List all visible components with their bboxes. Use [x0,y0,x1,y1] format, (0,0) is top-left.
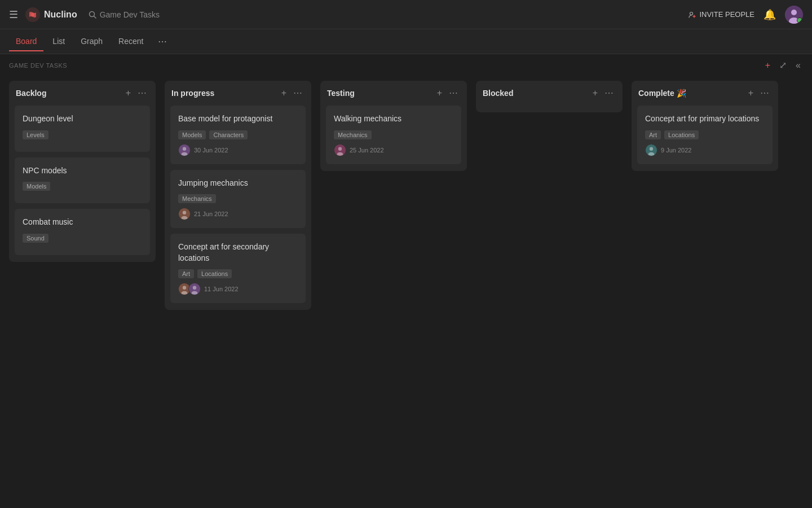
card-footer-concept-art-secondary: 11 Jun 2022 [178,283,298,295]
tag-sound: Sound [23,234,48,243]
tag-locations: Locations [664,130,699,139]
column-add-button-blocked[interactable]: + [590,87,600,99]
notifications-icon[interactable]: 🔔 [764,8,776,21]
user-avatar[interactable] [785,6,803,24]
column-add-button-complete[interactable]: + [746,87,756,99]
svg-point-12 [182,152,188,156]
search-text: Game Dev Tasks [100,10,160,19]
search-icon [89,11,96,19]
collapse-button[interactable]: « [793,59,803,72]
card-footer-concept-art-primary: 9 Jun 2022 [645,144,765,156]
card-date-concept-art-primary: 9 Jun 2022 [661,147,691,154]
column-title-complete: Complete 🎉 [638,89,744,98]
column-header-complete: Complete 🎉+⋯ [632,81,778,103]
column-more-button-blocked[interactable]: ⋯ [602,87,616,99]
card-dungeon-level[interactable]: Dungeon levelLevels [15,106,150,152]
svg-point-23 [338,147,342,150]
card-tags-concept-art-primary: ArtLocations [645,130,765,139]
column-header-in-progress: In progress+⋯ [165,81,311,103]
invite-icon [688,11,696,19]
search-bar[interactable]: Game Dev Tasks [89,10,160,19]
svg-point-14 [183,211,186,214]
svg-point-26 [650,147,653,150]
card-date-walking-mechanics: 25 Jun 2022 [350,147,384,154]
column-header-backlog: Backlog+⋯ [9,81,156,103]
card-title-combat-music: Combat music [23,217,142,228]
card-tags-concept-art-secondary: ArtLocations [178,269,298,278]
card-base-model[interactable]: Base model for protagonistModelsCharacte… [170,106,306,164]
tab-graph[interactable]: Graph [74,32,109,51]
card-avatars-jumping-mechanics [178,208,191,220]
expand-button[interactable]: ⤢ [777,59,789,72]
tag-models: Models [23,182,50,191]
card-title-concept-art-primary: Concept art for primary locations [645,113,765,125]
card-footer-walking-mechanics: 25 Jun 2022 [334,144,453,156]
card-avatars-walking-mechanics [334,144,346,156]
tab-board[interactable]: Board [9,32,43,51]
card-avatar-0-concept-art-primary [645,144,657,156]
tag-levels: Levels [23,130,48,139]
logo[interactable]: Nuclino [25,7,77,23]
cards-backlog: Dungeon levelLevelsNPC modelsModelsComba… [9,103,156,262]
column-backlog: Backlog+⋯Dungeon levelLevelsNPC modelsMo… [9,81,156,262]
column-header-testing: Testing+⋯ [320,81,467,103]
cards-testing: Walking mechanicsMechanics25 Jun 2022 [320,103,467,171]
card-jumping-mechanics[interactable]: Jumping mechanicsMechanics21 Jun 2022 [170,170,306,229]
tag-mechanics: Mechanics [178,194,216,203]
app-name: Nuclino [44,10,77,20]
tab-recent[interactable]: Recent [112,32,150,51]
column-complete: Complete 🎉+⋯Concept art for primary loca… [632,81,778,171]
tab-list[interactable]: List [46,32,72,51]
svg-point-27 [648,152,655,156]
card-avatar-0-jumping-mechanics [178,208,191,220]
card-npc-models[interactable]: NPC modelsModels [15,157,150,204]
card-title-walking-mechanics: Walking mechanics [334,113,453,125]
card-avatar-0-walking-mechanics [334,144,346,156]
card-title-npc-models: NPC models [23,165,142,177]
tag-characters: Characters [209,130,248,139]
tag-locations: Locations [197,269,232,278]
sub-nav: Board List Graph Recent ⋯ [0,29,812,54]
more-options-icon[interactable]: ⋯ [155,32,170,51]
cards-in-progress: Base model for protagonistModelsCharacte… [165,103,311,310]
add-item-button[interactable]: + [763,59,773,72]
svg-point-24 [337,152,343,156]
column-add-button-testing[interactable]: + [435,87,444,99]
nav-right: INVITE PEOPLE 🔔 [688,6,803,24]
svg-point-21 [192,291,198,295]
tag-mechanics: Mechanics [334,130,372,139]
nuclino-logo-icon [25,7,41,23]
card-tags-dungeon-level: Levels [23,130,142,139]
column-title-testing: Testing [327,89,433,98]
column-more-button-complete[interactable]: ⋯ [758,87,771,99]
card-avatars-concept-art-secondary [178,283,201,295]
card-tags-walking-mechanics: Mechanics [334,130,453,139]
card-avatars-concept-art-primary [645,144,657,156]
svg-point-18 [182,291,188,295]
column-add-button-in-progress[interactable]: + [279,87,289,99]
column-more-button-testing[interactable]: ⋯ [447,87,460,99]
svg-point-20 [193,286,196,290]
invite-label: INVITE PEOPLE [699,10,754,19]
breadcrumb: GAME DEV TASKS [9,62,67,69]
card-walking-mechanics[interactable]: Walking mechanicsMechanics25 Jun 2022 [326,106,461,164]
column-more-button-backlog[interactable]: ⋯ [135,87,149,99]
cards-blocked [476,103,623,112]
column-more-button-in-progress[interactable]: ⋯ [291,87,304,99]
invite-people-button[interactable]: INVITE PEOPLE [688,10,754,19]
svg-point-17 [183,286,186,290]
card-tags-jumping-mechanics: Mechanics [178,194,298,203]
menu-icon[interactable]: ☰ [9,8,18,21]
column-testing: Testing+⋯Walking mechanicsMechanics25 Ju… [320,81,467,171]
card-combat-music[interactable]: Combat musicSound [15,209,150,255]
svg-line-3 [94,16,96,18]
card-footer-base-model: 30 Jun 2022 [178,144,298,156]
card-tags-combat-music: Sound [23,234,142,243]
card-concept-art-primary[interactable]: Concept art for primary locationsArtLoca… [637,106,773,164]
card-concept-art-secondary[interactable]: Concept art for secondary locationsArtLo… [170,234,306,303]
column-add-button-backlog[interactable]: + [123,87,133,99]
svg-point-11 [183,147,186,150]
card-date-concept-art-secondary: 11 Jun 2022 [204,286,239,292]
svg-point-8 [791,10,797,15]
column-title-in-progress: In progress [171,89,277,98]
